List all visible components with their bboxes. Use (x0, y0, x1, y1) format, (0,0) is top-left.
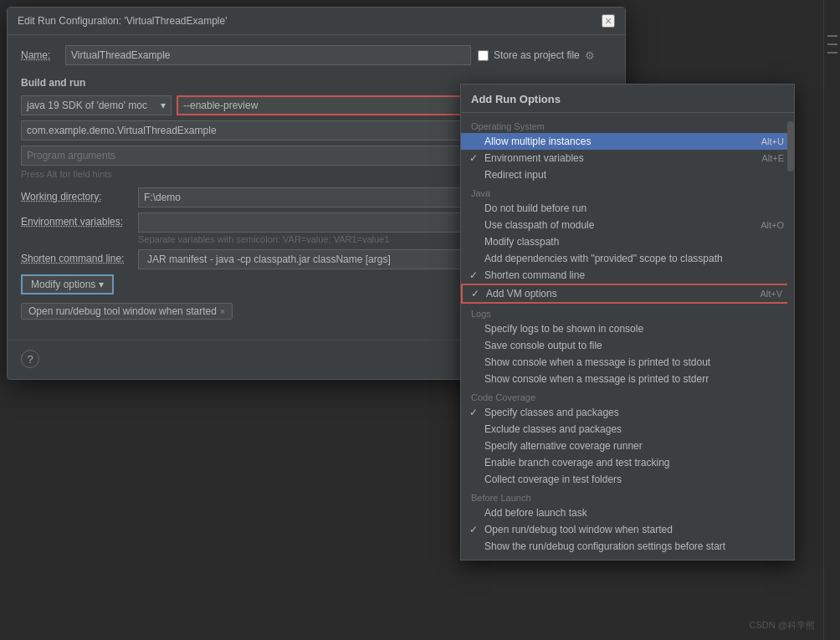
env-vars-label: Environment variables: (21, 212, 138, 228)
menu-item-label: Add before launch task (484, 507, 587, 519)
menu-item-label: Specify logs to be shown in console (484, 323, 643, 335)
menu-item-check: ✓ (471, 288, 479, 300)
menu-item-label: Specify classes and packages (484, 407, 619, 418)
menu-item[interactable]: Redirect input (461, 166, 794, 183)
menu-item-shortcut: Alt+O (761, 220, 784, 230)
menu-item[interactable]: Add before launch task (461, 504, 794, 521)
dialog-title: Edit Run Configuration: 'VirtualThreadEx… (18, 15, 228, 27)
menu-item-check: ✓ (469, 152, 478, 164)
menu-item-label: Open run/debug tool window when started (484, 524, 673, 535)
menu-item-label: Allow multiple instances (484, 136, 591, 147)
working-dir-label: Working directory: (21, 187, 138, 202)
menu-item[interactable]: Modify classpath (461, 233, 794, 250)
badge-open-debug: Open run/debug tool window when started … (21, 303, 233, 320)
menu-item[interactable]: Exclude classes and packages (461, 421, 794, 438)
name-input[interactable] (65, 45, 471, 65)
menu-item[interactable]: Show the run/debug configuration setting… (461, 538, 794, 555)
menu-item[interactable]: Specify alternative coverage runner (461, 438, 794, 454)
chevron-down-icon: ▾ (99, 279, 104, 290)
menu-item[interactable]: Do not build before run (461, 200, 794, 217)
bar-dash-3 (827, 52, 837, 54)
menu-item[interactable]: ✓Shorten command line (461, 267, 794, 284)
menu-item-label: Use classpath of module (484, 219, 594, 231)
menu-item[interactable]: ✓Open run/debug tool window when started (461, 521, 794, 538)
menu-item-label: Exclude classes and packages (484, 423, 622, 435)
menu-item[interactable]: Specify logs to be shown in console (461, 320, 794, 337)
menu-item-label: Environment variables (484, 152, 584, 164)
menu-item-check: ✓ (469, 407, 478, 418)
menu-item-shortcut: Alt+V (760, 289, 782, 299)
shorten-label: Shorten command line: (21, 249, 138, 264)
scrollbar-track[interactable] (787, 121, 794, 560)
dropdown-title: Add Run Options (461, 90, 794, 113)
menu-item[interactable]: Enable branch coverage and test tracking (461, 454, 794, 471)
badge-label: Open run/debug tool window when started (28, 305, 217, 317)
menu-item-label: Modify classpath (484, 236, 559, 248)
bar-dash-2 (827, 44, 837, 45)
menu-item-label: Enable branch coverage and test tracking (484, 457, 669, 468)
bar-dash-1 (827, 35, 837, 37)
menu-section-label: Code Coverage (461, 387, 794, 404)
gear-icon[interactable]: ⚙ (585, 49, 595, 62)
name-row: Name: Store as project file ⚙ (21, 45, 612, 65)
menu-item-shortcut: Alt+U (761, 136, 784, 146)
menu-item[interactable]: Save console output to file (461, 337, 794, 354)
watermark: CSDN @科学熊 (750, 619, 815, 632)
menu-item-label: Save console output to file (484, 340, 602, 351)
menu-item[interactable]: ✓Add VM optionsAlt+V (461, 284, 794, 304)
menu-section-label: Before Launch (461, 488, 794, 504)
menu-item[interactable]: Collect coverage in test folders (461, 471, 794, 488)
help-button[interactable]: ? (21, 350, 39, 368)
menu-item[interactable]: Allow multiple instancesAlt+U (461, 133, 794, 150)
menu-item-check: ✓ (469, 269, 478, 281)
modify-options-label: Modify options (31, 279, 95, 290)
menu-item-label: Shorten command line (484, 269, 585, 281)
menu-item[interactable]: Show console when a message is printed t… (461, 371, 794, 387)
menu-section-label: Logs (461, 304, 794, 320)
dialog-title-bar: Edit Run Configuration: 'VirtualThreadEx… (8, 8, 625, 35)
menu-item[interactable]: ✓Environment variablesAlt+E (461, 150, 794, 166)
menu-item[interactable]: Use classpath of moduleAlt+O (461, 217, 794, 233)
store-project-label: Store as project file (494, 49, 580, 61)
menu-item-label: Show console when a message is printed t… (484, 356, 710, 368)
menu-item[interactable]: Add dependencies with "provided" scope t… (461, 250, 794, 267)
menu-item-label: Do not build before run (484, 202, 586, 214)
menu-item-label: Redirect input (484, 169, 546, 181)
menu-item-label: Show the run/debug configuration setting… (484, 540, 725, 552)
add-run-options-panel: Add Run Options Operating SystemAllow mu… (460, 84, 795, 561)
menu-section-label: Operating System (461, 116, 794, 133)
modify-options-button[interactable]: Modify options ▾ (21, 274, 114, 294)
menu-item-label: Collect coverage in test folders (484, 474, 622, 485)
name-label: Name: (21, 49, 59, 61)
menu-item[interactable]: ✓Specify classes and packages (461, 404, 794, 421)
sdk-select[interactable]: java 19 SDK of 'demo' moc ▾ (21, 95, 172, 115)
menu-item-label: Add VM options (486, 288, 557, 300)
ide-right-bar (823, 0, 840, 640)
store-project-row: Store as project file ⚙ (478, 49, 612, 62)
menu-item-check: ✓ (469, 524, 478, 535)
scrollbar-thumb[interactable] (787, 121, 794, 172)
menu-section-label: Java (461, 183, 794, 200)
menu-item-label: Specify alternative coverage runner (484, 440, 643, 452)
menu-item-label: Add dependencies with "provided" scope t… (484, 253, 723, 264)
menu-item-label: Show console when a message is printed t… (484, 373, 709, 385)
menu-item[interactable]: Show console when a message is printed t… (461, 354, 794, 371)
store-project-checkbox[interactable] (478, 50, 489, 61)
menu-item-shortcut: Alt+E (761, 153, 784, 163)
badge-close-button[interactable]: × (220, 306, 225, 316)
close-button[interactable]: × (602, 14, 615, 28)
